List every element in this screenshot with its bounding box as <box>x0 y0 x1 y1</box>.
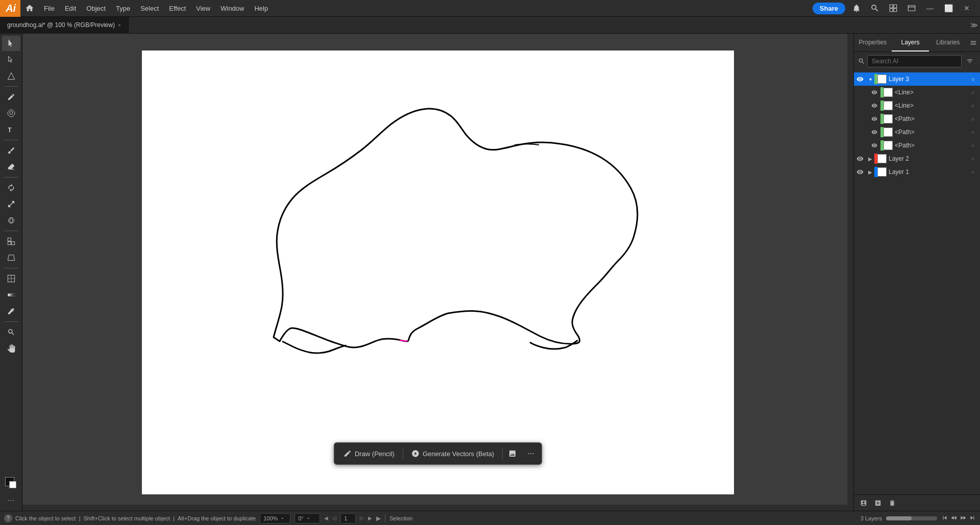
statusbar-right: 3 Layers <box>861 514 976 522</box>
visibility-icon-path3[interactable] <box>868 142 880 148</box>
rotate-tool-button[interactable] <box>2 180 20 195</box>
menu-window[interactable]: Window <box>215 0 249 17</box>
perspective-tool-button[interactable] <box>2 250 20 265</box>
canvas-wrapper[interactable]: Draw (Pencil) Generate Vectors (Beta) ··… <box>22 34 853 511</box>
menu-view[interactable]: View <box>191 0 215 17</box>
anchor-point-tool-button[interactable] <box>2 68 20 84</box>
layers-search-input[interactable] <box>867 55 962 67</box>
lock-icon-line2[interactable]: ○ <box>968 103 978 109</box>
lock-icon-layer2[interactable]: ○ <box>968 156 978 162</box>
visibility-icon-layer3[interactable] <box>854 76 866 83</box>
delete-layer-button[interactable] <box>887 497 898 509</box>
tab-libraries[interactable]: Libraries <box>929 34 967 52</box>
more-tools-button[interactable]: ··· <box>2 492 20 508</box>
layer-row-layer2[interactable]: ▶ Layer 2 ○ <box>854 152 980 165</box>
menu-select[interactable]: Select <box>135 0 164 17</box>
back-to-start-icon[interactable] <box>941 514 948 522</box>
sublayer-row-line1[interactable]: <Line> ○ <box>854 86 980 99</box>
sublayer-row-path1[interactable]: <Path> ○ <box>854 112 980 126</box>
artboard-number[interactable]: 1 <box>340 513 356 523</box>
eraser-tool-button[interactable] <box>2 159 20 174</box>
next-artboard-button[interactable]: ▷ <box>360 515 364 521</box>
visibility-icon-path2[interactable] <box>868 129 880 135</box>
visibility-icon-line1[interactable] <box>868 89 880 95</box>
menu-effect[interactable]: Effect <box>164 0 191 17</box>
arrange-windows-icon[interactable] <box>886 1 900 15</box>
lock-icon-layer1[interactable]: ○ <box>968 169 978 175</box>
expand-icon-layer3[interactable]: ▾ <box>866 77 874 82</box>
lock-icon-layer3[interactable]: ○ <box>968 76 978 82</box>
next-artboard-button2[interactable]: ▶ <box>368 515 372 521</box>
rotate-control[interactable]: 0° <box>295 513 320 523</box>
prev-artboard-button[interactable]: ◀ <box>324 515 328 521</box>
step-forward-icon[interactable] <box>960 514 967 522</box>
eyedropper-tool-button[interactable] <box>2 304 20 319</box>
visibility-icon-layer2[interactable] <box>854 155 866 162</box>
play-button[interactable]: ▶ <box>376 515 381 522</box>
text-tool-button[interactable]: T <box>2 122 20 137</box>
pencil-tool-button[interactable] <box>2 106 20 121</box>
make-sublayer-button[interactable] <box>858 497 869 509</box>
horizontal-scrollbar[interactable] <box>22 505 847 511</box>
sublayer-row-line2[interactable]: <Line> ○ <box>854 99 980 112</box>
sublayer-row-path2[interactable]: <Path> ○ <box>854 126 980 139</box>
search-icon[interactable] <box>868 1 882 15</box>
menu-help[interactable]: Help <box>249 0 273 17</box>
expand-icon-layer2[interactable]: ▶ <box>866 156 874 162</box>
warp-tool-button[interactable] <box>2 213 20 228</box>
selection-tool-button[interactable] <box>2 36 20 51</box>
pen-tool-button[interactable] <box>2 89 20 105</box>
filter-icon[interactable] <box>964 55 976 67</box>
color-swatch[interactable] <box>2 475 20 490</box>
notifications-icon[interactable] <box>849 1 864 15</box>
menu-object[interactable]: Object <box>81 0 111 17</box>
gradient-tool-button[interactable] <box>2 287 20 303</box>
direct-selection-tool-button[interactable] <box>2 52 20 67</box>
share-button[interactable]: Share <box>813 3 845 14</box>
prev-artboard-button2[interactable]: ◁ <box>332 515 336 521</box>
hand-tool-button[interactable] <box>2 341 20 356</box>
lock-icon-line1[interactable]: ○ <box>968 89 978 95</box>
layer-row-layer1[interactable]: ▶ Layer 1 ○ <box>854 165 980 179</box>
menu-type[interactable]: Type <box>111 0 135 17</box>
mesh-tool-button[interactable] <box>2 271 20 286</box>
tab-close-icon[interactable]: × <box>118 22 121 28</box>
bottom-nav-icons <box>941 514 976 522</box>
zoom-control[interactable]: 100% <box>260 513 290 523</box>
zoom-tool-button[interactable] <box>2 324 20 340</box>
tab-layers[interactable]: Layers <box>892 34 929 52</box>
collapse-panel-icon[interactable]: ≫ <box>968 17 980 34</box>
close-button[interactable]: ✕ <box>960 1 974 15</box>
draw-pencil-button[interactable]: Draw (Pencil) <box>336 444 402 463</box>
visibility-icon-path1[interactable] <box>868 116 880 122</box>
layer-row-layer3[interactable]: ▾ Layer 3 ○ <box>854 72 980 86</box>
expand-icon-layer1[interactable]: ▶ <box>866 169 874 175</box>
restore-button[interactable]: ⬜ <box>941 1 955 15</box>
lock-icon-path1[interactable]: ○ <box>968 116 978 122</box>
sublayer-row-path3[interactable]: <Path> ○ <box>854 139 980 152</box>
add-layer-button[interactable] <box>872 497 884 509</box>
document-tab[interactable]: groundhog.ai* @ 100 % (RGB/Preview) × <box>0 17 129 34</box>
panel-options-icon[interactable] <box>967 34 980 52</box>
step-back-icon[interactable] <box>950 514 958 522</box>
scale-tool-button[interactable] <box>2 196 20 212</box>
visibility-icon-line2[interactable] <box>868 103 880 109</box>
home-button[interactable] <box>20 0 39 17</box>
visibility-icon-layer1[interactable] <box>854 168 866 176</box>
skip-to-end-icon[interactable] <box>969 514 976 522</box>
artboard-progress[interactable] <box>886 516 937 520</box>
menu-edit[interactable]: Edit <box>60 0 81 17</box>
tab-properties[interactable]: Properties <box>854 34 892 52</box>
lock-icon-path2[interactable]: ○ <box>968 129 978 135</box>
vertical-scrollbar[interactable] <box>847 34 853 511</box>
shape-builder-button[interactable] <box>2 234 20 249</box>
lock-icon-path3[interactable]: ○ <box>968 142 978 148</box>
canvas[interactable] <box>142 51 734 494</box>
blob-brush-button[interactable] <box>2 143 20 158</box>
maximize-icon[interactable] <box>904 1 919 15</box>
image-icon-button[interactable] <box>504 445 521 462</box>
menu-file[interactable]: File <box>39 0 60 17</box>
more-options-button[interactable]: ··· <box>522 445 540 462</box>
minimize-button[interactable]: — <box>923 1 937 15</box>
generate-vectors-button[interactable]: Generate Vectors (Beta) <box>404 444 501 463</box>
